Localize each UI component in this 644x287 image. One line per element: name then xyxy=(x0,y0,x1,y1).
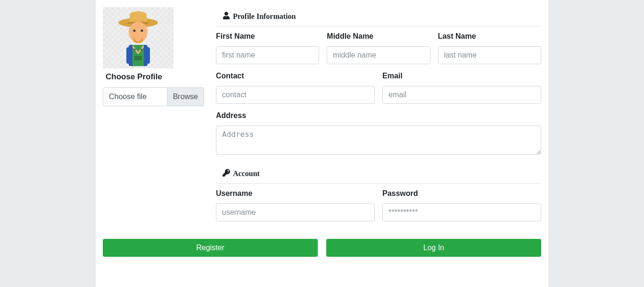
middle-name-input[interactable] xyxy=(327,46,430,64)
first-name-input[interactable] xyxy=(216,46,319,64)
username-label: Username xyxy=(216,189,375,198)
file-input-group[interactable]: Choose file Browse xyxy=(103,87,204,106)
svg-point-11 xyxy=(140,49,142,51)
svg-point-2 xyxy=(129,22,148,42)
last-name-input[interactable] xyxy=(438,46,541,64)
account-title: Account xyxy=(233,169,260,178)
user-icon xyxy=(223,12,230,21)
middle-name-label: Middle Name xyxy=(327,32,430,41)
profile-info-header: Profile Information xyxy=(216,7,541,26)
contact-input[interactable] xyxy=(216,86,375,104)
first-name-label: First Name xyxy=(216,32,319,41)
svg-rect-9 xyxy=(134,56,142,60)
email-label: Email xyxy=(382,72,541,80)
file-input-placeholder: Choose file xyxy=(103,88,167,106)
profile-image-preview xyxy=(103,7,173,68)
svg-point-10 xyxy=(134,49,136,51)
choose-profile-label: Choose Profile xyxy=(103,72,202,82)
svg-point-3 xyxy=(133,30,136,32)
svg-rect-7 xyxy=(126,47,131,64)
farmer-avatar-icon xyxy=(115,9,162,66)
profile-info-title: Profile Information xyxy=(233,12,296,21)
browse-button[interactable]: Browse xyxy=(167,88,204,106)
register-button[interactable]: Register xyxy=(103,239,318,257)
address-label: Address xyxy=(216,111,541,120)
email-input[interactable] xyxy=(382,86,541,104)
contact-label: Contact xyxy=(216,72,375,80)
login-button[interactable]: Log In xyxy=(326,239,541,257)
svg-rect-8 xyxy=(145,47,150,64)
last-name-label: Last Name xyxy=(438,32,541,41)
username-input[interactable] xyxy=(216,203,375,221)
address-textarea[interactable] xyxy=(216,126,541,155)
password-input[interactable] xyxy=(382,203,541,221)
svg-point-4 xyxy=(141,30,143,32)
key-icon xyxy=(223,169,230,178)
password-label: Password xyxy=(382,189,541,198)
account-header: Account xyxy=(216,164,541,184)
